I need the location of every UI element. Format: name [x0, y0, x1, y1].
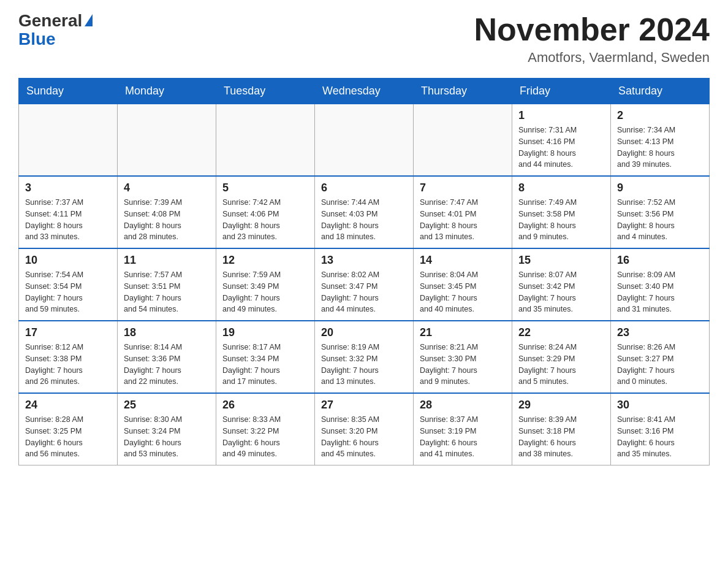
- day-number: 30: [617, 399, 703, 412]
- day-info: Sunrise: 8:19 AM Sunset: 3:32 PM Dayligh…: [321, 342, 407, 388]
- day-info: Sunrise: 8:26 AM Sunset: 3:27 PM Dayligh…: [617, 342, 703, 388]
- day-number: 8: [518, 182, 604, 194]
- day-info: Sunrise: 8:33 AM Sunset: 3:22 PM Dayligh…: [222, 414, 308, 460]
- day-number: 21: [420, 326, 506, 339]
- calendar-day-cell: 16Sunrise: 8:09 AM Sunset: 3:40 PM Dayli…: [611, 248, 710, 321]
- month-title: November 2024: [474, 12, 710, 47]
- day-info: Sunrise: 8:17 AM Sunset: 3:34 PM Dayligh…: [222, 342, 308, 388]
- day-number: 25: [124, 399, 210, 412]
- day-info: Sunrise: 8:21 AM Sunset: 3:30 PM Dayligh…: [420, 342, 506, 388]
- calendar-day-cell: 25Sunrise: 8:30 AM Sunset: 3:24 PM Dayli…: [118, 393, 216, 465]
- calendar-day-cell: 9Sunrise: 7:52 AM Sunset: 3:56 PM Daylig…: [611, 176, 710, 248]
- day-number: 22: [518, 326, 604, 339]
- day-info: Sunrise: 8:37 AM Sunset: 3:19 PM Dayligh…: [420, 414, 506, 460]
- day-number: 13: [321, 254, 407, 267]
- calendar-day-cell: [315, 104, 414, 177]
- calendar-day-cell: 14Sunrise: 8:04 AM Sunset: 3:45 PM Dayli…: [414, 248, 512, 321]
- day-number: 9: [617, 182, 703, 194]
- day-info: Sunrise: 8:24 AM Sunset: 3:29 PM Dayligh…: [518, 342, 604, 388]
- calendar-day-cell: 19Sunrise: 8:17 AM Sunset: 3:34 PM Dayli…: [216, 321, 315, 393]
- day-info: Sunrise: 8:14 AM Sunset: 3:36 PM Dayligh…: [124, 342, 210, 388]
- calendar-day-cell: 10Sunrise: 7:54 AM Sunset: 3:54 PM Dayli…: [19, 248, 118, 321]
- day-info: Sunrise: 7:39 AM Sunset: 4:08 PM Dayligh…: [124, 197, 210, 243]
- calendar-day-cell: 30Sunrise: 8:41 AM Sunset: 3:16 PM Dayli…: [611, 393, 710, 465]
- day-info: Sunrise: 8:35 AM Sunset: 3:20 PM Dayligh…: [321, 414, 407, 460]
- day-info: Sunrise: 7:59 AM Sunset: 3:49 PM Dayligh…: [222, 269, 308, 315]
- calendar-day-cell: 2Sunrise: 7:34 AM Sunset: 4:13 PM Daylig…: [611, 104, 710, 177]
- day-number: 10: [25, 254, 111, 267]
- day-info: Sunrise: 7:49 AM Sunset: 3:58 PM Dayligh…: [518, 197, 604, 243]
- calendar-day-cell: 1Sunrise: 7:31 AM Sunset: 4:16 PM Daylig…: [512, 104, 611, 177]
- day-number: 1: [518, 109, 604, 122]
- calendar-day-cell: [414, 104, 512, 177]
- calendar-week-row: 24Sunrise: 8:28 AM Sunset: 3:25 PM Dayli…: [19, 393, 710, 465]
- day-info: Sunrise: 8:07 AM Sunset: 3:42 PM Dayligh…: [518, 269, 604, 315]
- day-info: Sunrise: 7:57 AM Sunset: 3:51 PM Dayligh…: [124, 269, 210, 315]
- day-number: 20: [321, 326, 407, 339]
- day-number: 15: [518, 254, 604, 267]
- weekday-header-monday: Monday: [118, 79, 216, 104]
- calendar-day-cell: 20Sunrise: 8:19 AM Sunset: 3:32 PM Dayli…: [315, 321, 414, 393]
- calendar-day-cell: [118, 104, 216, 177]
- calendar-day-cell: 28Sunrise: 8:37 AM Sunset: 3:19 PM Dayli…: [414, 393, 512, 465]
- calendar-day-cell: 13Sunrise: 8:02 AM Sunset: 3:47 PM Dayli…: [315, 248, 414, 321]
- calendar-day-cell: 7Sunrise: 7:47 AM Sunset: 4:01 PM Daylig…: [414, 176, 512, 248]
- day-number: 17: [25, 326, 111, 339]
- day-number: 29: [518, 399, 604, 412]
- logo-general-text: General: [18, 12, 82, 29]
- calendar-day-cell: 6Sunrise: 7:44 AM Sunset: 4:03 PM Daylig…: [315, 176, 414, 248]
- day-number: 5: [222, 182, 308, 194]
- day-info: Sunrise: 7:34 AM Sunset: 4:13 PM Dayligh…: [617, 124, 703, 170]
- day-info: Sunrise: 8:04 AM Sunset: 3:45 PM Dayligh…: [420, 269, 506, 315]
- weekday-header-friday: Friday: [512, 79, 611, 104]
- weekday-header-sunday: Sunday: [19, 79, 118, 104]
- day-info: Sunrise: 8:39 AM Sunset: 3:18 PM Dayligh…: [518, 414, 604, 460]
- calendar-day-cell: 21Sunrise: 8:21 AM Sunset: 3:30 PM Dayli…: [414, 321, 512, 393]
- day-info: Sunrise: 8:09 AM Sunset: 3:40 PM Dayligh…: [617, 269, 703, 315]
- day-number: 16: [617, 254, 703, 267]
- calendar-day-cell: 27Sunrise: 8:35 AM Sunset: 3:20 PM Dayli…: [315, 393, 414, 465]
- calendar-day-cell: 3Sunrise: 7:37 AM Sunset: 4:11 PM Daylig…: [19, 176, 118, 248]
- calendar-day-cell: 5Sunrise: 7:42 AM Sunset: 4:06 PM Daylig…: [216, 176, 315, 248]
- weekday-header-row: SundayMondayTuesdayWednesdayThursdayFrid…: [19, 79, 710, 104]
- day-number: 18: [124, 326, 210, 339]
- calendar-day-cell: 23Sunrise: 8:26 AM Sunset: 3:27 PM Dayli…: [611, 321, 710, 393]
- calendar-day-cell: 4Sunrise: 7:39 AM Sunset: 4:08 PM Daylig…: [118, 176, 216, 248]
- calendar-day-cell: 22Sunrise: 8:24 AM Sunset: 3:29 PM Dayli…: [512, 321, 611, 393]
- calendar-day-cell: 26Sunrise: 8:33 AM Sunset: 3:22 PM Dayli…: [216, 393, 315, 465]
- day-number: 11: [124, 254, 210, 267]
- calendar-day-cell: 17Sunrise: 8:12 AM Sunset: 3:38 PM Dayli…: [19, 321, 118, 393]
- weekday-header-tuesday: Tuesday: [216, 79, 315, 104]
- weekday-header-wednesday: Wednesday: [315, 79, 414, 104]
- day-info: Sunrise: 8:41 AM Sunset: 3:16 PM Dayligh…: [617, 414, 703, 460]
- day-info: Sunrise: 7:52 AM Sunset: 3:56 PM Dayligh…: [617, 197, 703, 243]
- day-info: Sunrise: 8:30 AM Sunset: 3:24 PM Dayligh…: [124, 414, 210, 460]
- weekday-header-thursday: Thursday: [414, 79, 512, 104]
- calendar-week-row: 10Sunrise: 7:54 AM Sunset: 3:54 PM Dayli…: [19, 248, 710, 321]
- day-info: Sunrise: 7:37 AM Sunset: 4:11 PM Dayligh…: [25, 197, 111, 243]
- day-number: 2: [617, 109, 703, 122]
- day-number: 4: [124, 182, 210, 194]
- calendar-week-row: 17Sunrise: 8:12 AM Sunset: 3:38 PM Dayli…: [19, 321, 710, 393]
- day-number: 3: [25, 182, 111, 194]
- day-number: 28: [420, 399, 506, 412]
- weekday-header-saturday: Saturday: [611, 79, 710, 104]
- day-info: Sunrise: 8:02 AM Sunset: 3:47 PM Dayligh…: [321, 269, 407, 315]
- day-number: 6: [321, 182, 407, 194]
- logo-blue-text: Blue: [18, 29, 56, 49]
- day-info: Sunrise: 8:28 AM Sunset: 3:25 PM Dayligh…: [25, 414, 111, 460]
- page-header: General Blue November 2024 Amotfors, Vae…: [18, 12, 710, 66]
- day-number: 26: [222, 399, 308, 412]
- day-info: Sunrise: 8:12 AM Sunset: 3:38 PM Dayligh…: [25, 342, 111, 388]
- calendar-day-cell: 18Sunrise: 8:14 AM Sunset: 3:36 PM Dayli…: [118, 321, 216, 393]
- calendar-day-cell: 24Sunrise: 8:28 AM Sunset: 3:25 PM Dayli…: [19, 393, 118, 465]
- calendar-week-row: 1Sunrise: 7:31 AM Sunset: 4:16 PM Daylig…: [19, 104, 710, 177]
- day-number: 19: [222, 326, 308, 339]
- calendar-day-cell: 11Sunrise: 7:57 AM Sunset: 3:51 PM Dayli…: [118, 248, 216, 321]
- calendar-table: SundayMondayTuesdayWednesdayThursdayFrid…: [18, 78, 710, 465]
- day-number: 27: [321, 399, 407, 412]
- location-text: Amotfors, Vaermland, Sweden: [474, 50, 710, 66]
- day-info: Sunrise: 7:47 AM Sunset: 4:01 PM Dayligh…: [420, 197, 506, 243]
- calendar-day-cell: 8Sunrise: 7:49 AM Sunset: 3:58 PM Daylig…: [512, 176, 611, 248]
- day-info: Sunrise: 7:44 AM Sunset: 4:03 PM Dayligh…: [321, 197, 407, 243]
